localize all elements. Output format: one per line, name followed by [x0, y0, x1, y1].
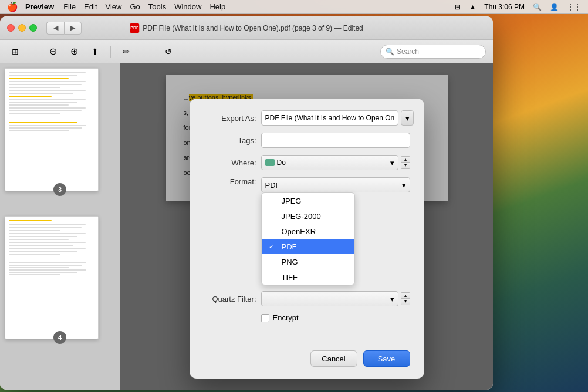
- quartz-stepper: ▴ ▾: [401, 292, 410, 305]
- dropdown-item-pdf[interactable]: ✓ PDF: [262, 239, 354, 254]
- where-select[interactable]: Do ▾: [261, 155, 398, 170]
- menu-go[interactable]: Go: [130, 2, 140, 11]
- where-wrapper: Do ▾ ▴ ▾: [261, 155, 410, 170]
- format-select[interactable]: PDF ▾: [261, 177, 410, 192]
- format-label: Format:: [204, 177, 256, 186]
- dialog-body: Export As: PDF File (What It Is and How …: [190, 99, 424, 343]
- menu-help[interactable]: Help: [209, 2, 225, 11]
- nav-forward-button[interactable]: ▶: [64, 22, 82, 35]
- zoom-in-button[interactable]: ⊕: [66, 44, 82, 59]
- export-as-dropdown-btn[interactable]: ▾: [401, 110, 414, 126]
- menu-edit[interactable]: Edit: [84, 2, 97, 11]
- traffic-lights: [7, 24, 37, 32]
- nav-back-button[interactable]: ◀: [46, 22, 64, 35]
- export-as-wrapper: PDF File (What It Is and How to Open On …: [261, 110, 414, 126]
- where-row: Where: Do ▾ ▴: [204, 155, 410, 170]
- check-pdf: ✓: [269, 243, 277, 251]
- format-wrapper: PDF ▾ JPEG: [261, 177, 410, 192]
- dropdown-item-tiff[interactable]: TIFF: [262, 269, 354, 285]
- quartz-wrapper: ▾ ▴ ▾: [261, 291, 410, 306]
- doc-area: ...ve buttons, hyperlinks, s, scanned do…: [120, 63, 493, 390]
- menu-view[interactable]: View: [106, 2, 122, 11]
- menu-window[interactable]: Window: [174, 2, 201, 11]
- search-bar[interactable]: 🔍 Search: [380, 45, 486, 59]
- format-dropdown-menu: JPEG JPEG-2000 OpenEXR: [261, 192, 355, 285]
- app-name[interactable]: Preview: [25, 2, 54, 11]
- window-title: PDF File (What It Is and How to Open One…: [143, 24, 363, 32]
- dropdown-item-openexr[interactable]: OpenEXR: [262, 224, 354, 239]
- search-placeholder: Search: [397, 48, 419, 56]
- menu-wifi-icon: ▲: [469, 3, 476, 11]
- titlebar-center: PDF PDF File (What It Is and How to Open…: [130, 23, 363, 33]
- page-badge-3: 3: [53, 183, 66, 196]
- minimize-button[interactable]: [18, 24, 26, 32]
- quartz-label: Quartz Filter:: [204, 295, 256, 303]
- pdf-file-icon: PDF: [130, 23, 139, 33]
- tags-input[interactable]: [261, 133, 410, 148]
- dialog-buttons: Cancel Save: [190, 343, 424, 379]
- thumb-wrapper-4: 4: [5, 216, 115, 339]
- rotate-button[interactable]: ↺: [160, 44, 177, 59]
- tags-row: Tags:: [204, 133, 410, 148]
- dialog-overlay: Export As: PDF File (What It Is and How …: [120, 63, 493, 390]
- export-as-row: Export As: PDF File (What It Is and How …: [204, 110, 410, 126]
- toolbar: ⊞ ⊖ ⊕ ⬆ ✏ ↺ 🔍 Search: [0, 40, 493, 63]
- menubar: 🍎 Preview File Edit View Go Tools Window…: [0, 0, 588, 14]
- maximize-button[interactable]: [29, 24, 37, 32]
- menu-display-icon: ⊟: [455, 3, 461, 11]
- menu-time: Thu 3:06 PM: [484, 3, 525, 11]
- main-content: 3: [0, 63, 493, 390]
- app-window: ◀ ▶ PDF PDF File (What It Is and How to …: [0, 16, 493, 390]
- stepper-up[interactable]: ▴: [401, 156, 410, 163]
- save-button[interactable]: Save: [363, 350, 410, 367]
- menu-file[interactable]: File: [63, 2, 76, 11]
- sidebar: 3: [0, 63, 120, 390]
- menu-grid-icon[interactable]: ⋮⋮: [567, 3, 581, 11]
- menu-search-icon[interactable]: 🔍: [533, 3, 542, 11]
- quartz-stepper-down[interactable]: ▾: [401, 299, 410, 305]
- menubar-right: ⊟ ▲ Thu 3:06 PM 🔍 👤 ⋮⋮: [455, 3, 581, 11]
- dropdown-item-jpeg2000[interactable]: JPEG-2000: [262, 208, 354, 224]
- page-badge-4: 4: [53, 331, 66, 344]
- dropdown-item-png[interactable]: PNG: [262, 254, 354, 269]
- page-thumbnail-3[interactable]: [5, 68, 99, 191]
- search-icon: 🔍: [386, 48, 394, 56]
- toolbar-separator: [110, 46, 111, 58]
- where-label: Where:: [204, 158, 256, 167]
- tags-label: Tags:: [204, 136, 256, 145]
- quartz-stepper-up[interactable]: ▴: [401, 292, 410, 299]
- quartz-row: Quartz Filter: ▾ ▴ ▾: [204, 291, 410, 306]
- close-button[interactable]: [7, 24, 15, 32]
- thumb-wrapper-3: 3: [5, 68, 115, 191]
- export-as-label: Export As:: [204, 114, 256, 123]
- page-nav-group: ◀ ▶: [46, 22, 82, 35]
- share-button[interactable]: ⬆: [87, 44, 103, 59]
- quartz-select[interactable]: ▾: [261, 291, 398, 306]
- menu-tools[interactable]: Tools: [148, 2, 166, 11]
- markup-button[interactable]: ✏: [118, 44, 134, 59]
- encrypt-label: Encrypt: [273, 313, 299, 322]
- toolbar-btn2[interactable]: [139, 44, 156, 59]
- menu-user-icon[interactable]: 👤: [550, 3, 559, 11]
- cancel-button[interactable]: Cancel: [310, 350, 357, 367]
- encrypt-checkbox[interactable]: [261, 314, 269, 322]
- format-row: Format: PDF ▾ JPEG: [204, 177, 410, 192]
- toolbar-btn3[interactable]: [181, 44, 198, 59]
- dropdown-item-jpeg[interactable]: JPEG: [262, 193, 354, 208]
- where-stepper: ▴ ▾: [401, 156, 410, 169]
- apple-menu[interactable]: 🍎: [7, 2, 18, 12]
- encrypt-row: Encrypt: [261, 313, 410, 322]
- export-as-input[interactable]: PDF File (What It Is and How to Open On: [261, 110, 399, 126]
- stepper-down[interactable]: ▾: [401, 163, 410, 169]
- toolbar-pages-btn2[interactable]: [23, 44, 40, 59]
- page-thumbnail-4[interactable]: [5, 216, 99, 339]
- toolbar-pages-btn[interactable]: ⊞: [7, 44, 23, 59]
- export-dialog: Export As: PDF File (What It Is and How …: [190, 99, 424, 379]
- zoom-out-button[interactable]: ⊖: [45, 44, 61, 59]
- titlebar: ◀ ▶ PDF PDF File (What It Is and How to …: [0, 16, 493, 40]
